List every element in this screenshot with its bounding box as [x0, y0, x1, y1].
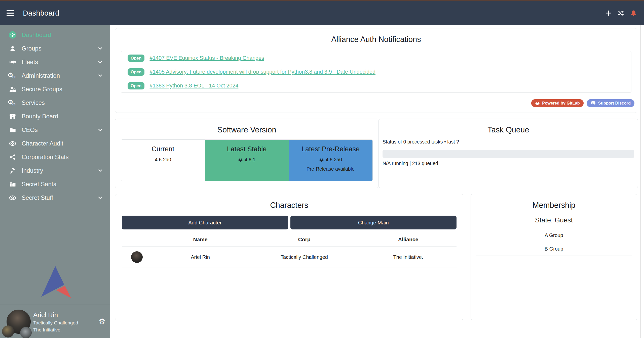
software-version-panel: Software Version Current 4.6.2a0 Latest … [115, 119, 378, 188]
alliance-auth-dashboard: Dashboard [0, 0, 644, 338]
task-queue-status-line: Status of 0 processed tasks • last ? [383, 139, 459, 145]
hammer-icon [7, 166, 18, 176]
notification-link[interactable]: #1407 EVE Equinox Status - Breaking Chan… [149, 55, 264, 61]
eye-icon [7, 138, 18, 149]
membership-state: State: Guest [471, 216, 637, 224]
software-version-title: Software Version [115, 125, 378, 134]
store-icon [7, 111, 18, 121]
notifications-title: Alliance Auth Notifications [115, 35, 637, 44]
sidebar-divider [0, 304, 110, 304]
user-name: Ariel Rin [33, 311, 58, 319]
gauge-icon [7, 30, 18, 40]
chevron-down-icon [97, 73, 103, 78]
change-main-button[interactable]: Change Main [290, 216, 457, 229]
character-row: Ariel Rin Tactically Challenged The Init… [122, 247, 457, 267]
discord-icon [590, 101, 596, 105]
top-navbar: Dashboard [0, 1, 644, 25]
status-badge: Open [128, 82, 144, 89]
scrollbar-track[interactable] [640, 25, 641, 338]
sidebar-item-secret-stuff[interactable]: Secret Stuff [0, 191, 110, 205]
sidebar-item-administration[interactable]: ⚙ ⚙ Administration [0, 69, 110, 82]
chevron-down-icon [97, 168, 103, 173]
sidebar-item-character-audit[interactable]: Character Audit [0, 137, 110, 150]
characters-title: Characters [115, 201, 463, 210]
notification-item: Open #1407 EVE Equinox Status - Breaking… [121, 51, 631, 65]
character-portrait [131, 251, 143, 263]
task-queue-panel: Task Queue Status of 0 processed tasks •… [379, 119, 638, 188]
notification-item: Open #1383 Python 3.8 EOL - 14 Oct 2024 [121, 79, 631, 92]
task-queue-counts: N/A running | 213 queued [383, 161, 438, 166]
hamburger-menu-icon[interactable] [7, 10, 14, 16]
sidebar-item-industry[interactable]: Industry [0, 164, 110, 177]
status-badge: Open [128, 68, 144, 76]
notification-link[interactable]: #1383 Python 3.8 EOL - 14 Oct 2024 [149, 83, 238, 89]
version-comparison-box: Current 4.6.2a0 Latest Stable 4.6.1 Late… [121, 139, 373, 181]
character-corp: Tactically Challenged [249, 254, 360, 260]
column-header-name: Name [152, 236, 249, 243]
user-icon [7, 43, 18, 54]
chevron-down-icon [97, 59, 103, 65]
character-alliance: The Initiative. [360, 254, 457, 260]
sidebar: Dashboard Groups Fleets [0, 25, 110, 338]
add-character-button[interactable]: Add Character [122, 216, 288, 229]
sidebar-item-secret-santa[interactable]: Secret Santa [0, 177, 110, 191]
characters-table: Name Corp Alliance Ariel Rin Tactically … [122, 232, 457, 267]
space-shuttle-icon [7, 57, 18, 67]
sidebar-item-bounty-board[interactable]: Bounty Board [0, 110, 110, 123]
membership-groups-list: A Group B Group [476, 229, 632, 256]
powered-by-gitlab-badge[interactable]: Powered by GitLab [531, 99, 583, 107]
sidebar-item-groups[interactable]: Groups [0, 42, 110, 55]
gifts-icon [7, 179, 18, 189]
alliance-auth-logo [40, 265, 71, 298]
gitlab-tanuki-icon [238, 158, 243, 162]
characters-table-header: Name Corp Alliance [122, 232, 457, 247]
gears-icon: ⚙ ⚙ [7, 71, 18, 81]
task-queue-title: Task Queue [379, 125, 638, 134]
sidebar-item-dashboard[interactable]: Dashboard [0, 28, 110, 42]
notifications-bell-icon[interactable] [630, 10, 637, 17]
page-title: Dashboard [23, 9, 59, 17]
gitlab-tanuki-icon [319, 158, 324, 162]
alliance-auth-notifications-panel: Alliance Auth Notifications Open #1407 E… [115, 28, 637, 113]
user-corp: Tactically Challenged [33, 320, 78, 326]
group-list-item: A Group [476, 229, 632, 242]
version-stable-column: Latest Stable 4.6.1 [205, 140, 289, 181]
sidebar-item-ceos[interactable]: CEOs [0, 123, 110, 137]
version-prerelease-column: Latest Pre-Release 4.6.2a0 Pre-Release a… [289, 140, 372, 181]
alliance-logo-badge [20, 327, 32, 338]
chevron-down-icon [97, 127, 103, 133]
eye-icon [7, 193, 18, 203]
sidebar-item-fleets[interactable]: Fleets [0, 55, 110, 69]
notification-link[interactable]: #1405 Advisory: Future development will … [149, 69, 375, 75]
column-header-alliance: Alliance [360, 236, 457, 243]
gears-icon: ⚙ ⚙ [7, 98, 18, 108]
notifications-list: Open #1407 EVE Equinox Status - Breaking… [121, 51, 631, 93]
membership-title: Membership [471, 201, 637, 210]
group-list-item: B Group [476, 242, 632, 256]
gitlab-tanuki-icon [535, 101, 540, 106]
sidebar-item-services[interactable]: ⚙ ⚙ Services [0, 96, 110, 110]
share-icon [7, 152, 18, 162]
sidebar-item-corporation-stats[interactable]: Corporation Stats [0, 150, 110, 164]
user-lock-icon [7, 84, 18, 94]
corp-logo-badge [2, 325, 14, 337]
chevron-down-icon [97, 46, 103, 51]
support-discord-badge[interactable]: Support Discord [587, 99, 634, 107]
switch-character-shuffle-icon[interactable] [617, 10, 625, 16]
character-name: Ariel Rin [152, 254, 249, 260]
chevron-down-icon [97, 195, 103, 201]
sidebar-item-secure-groups[interactable]: Secure Groups [0, 82, 110, 96]
folder-icon [7, 125, 18, 135]
task-queue-progress-bar [383, 150, 634, 158]
notification-item: Open #1405 Advisory: Future development … [121, 65, 631, 79]
column-header-corp: Corp [249, 236, 360, 243]
version-current-column: Current 4.6.2a0 [121, 140, 205, 181]
membership-panel: Membership State: Guest A Group B Group [471, 194, 637, 320]
status-badge: Open [128, 55, 144, 62]
user-alliance: The Initiative. [33, 327, 62, 333]
user-settings-gear-icon[interactable]: ⚙ [99, 318, 105, 325]
add-character-plus-icon[interactable] [605, 10, 612, 16]
characters-panel: Characters Add Character Change Main Nam… [115, 194, 463, 320]
